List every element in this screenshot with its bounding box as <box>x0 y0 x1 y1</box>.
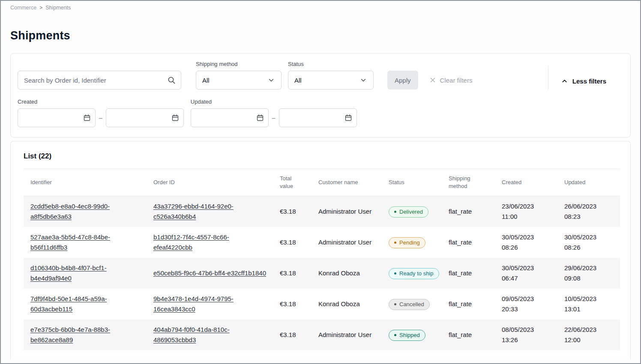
shipping-method-label: Shipping method <box>196 61 282 67</box>
identifier-link[interactable]: e7e375cb-6b0b-4e7a-88b3-be862ace8a89 <box>30 326 110 343</box>
shipping-method-value: All <box>202 77 210 84</box>
column-header-updated: Updated <box>557 169 620 196</box>
status-dot-icon <box>394 303 396 305</box>
identifier-link[interactable]: 7df9f4bd-50e1-4845-a59a-60d3acbeb115 <box>30 295 107 313</box>
column-header-shipping-method: Shipping method <box>442 169 495 196</box>
updated-cell: 30/05/2023 08:26 <box>557 227 620 258</box>
total-value-cell: €3.18 <box>273 319 312 350</box>
created-cell: 30/05/2023 06:47 <box>495 258 557 289</box>
status-select[interactable]: All <box>288 71 374 90</box>
search-input[interactable] <box>18 71 181 90</box>
updated-filter-label: Updated <box>191 98 357 105</box>
updated-cell: 26/06/2023 08:23 <box>557 196 620 227</box>
clear-filters-label: Clear filters <box>440 77 473 84</box>
status-badge: Shipped <box>389 330 425 341</box>
shipments-table: Identifier Order ID Total value Customer… <box>24 169 620 350</box>
shipping-method-filter: Shipping method All <box>196 61 282 90</box>
status-label: Status <box>288 61 374 67</box>
filters-panel: Shipping method All Status All <box>10 53 631 137</box>
less-filters-label: Less filters <box>572 78 606 85</box>
created-cell: 23/06/2023 11:00 <box>495 196 557 227</box>
status-dot-icon <box>394 272 396 274</box>
total-value-cell: €3.18 <box>273 196 312 227</box>
total-value-cell: €3.18 <box>273 258 312 289</box>
clear-filters-button[interactable]: Clear filters <box>429 71 473 90</box>
apply-button[interactable]: Apply <box>387 71 418 90</box>
shipping-method-select[interactable]: All <box>196 71 282 90</box>
updated-cell: 10/05/2023 13:01 <box>557 289 620 319</box>
status-badge: Cancelled <box>389 299 430 310</box>
total-value-cell: €3.18 <box>273 227 312 258</box>
order-id-link[interactable]: b1d30f12-7f4c-4557-8c66-efeaf4220cbb <box>153 233 229 251</box>
identifier-link[interactable]: d106340b-b4b8-4f07-bcf1-b4e4d9af94e0 <box>30 264 107 282</box>
shipping-method-cell: flat_rate <box>442 258 495 289</box>
breadcrumb-separator: > <box>39 5 42 11</box>
status-dot-icon <box>394 211 396 213</box>
table-row: e7e375cb-6b0b-4e7a-88b3-be862ace8a89 404… <box>24 319 620 350</box>
column-header-total-value: Total value <box>273 169 312 196</box>
created-date-filter: Created – <box>18 98 184 127</box>
order-id-link[interactable]: 43a37296-ebbd-4164-92e0-c526a340b6b4 <box>153 203 234 220</box>
calendar-icon <box>344 114 352 122</box>
calendar-icon <box>83 114 91 122</box>
column-header-status: Status <box>382 169 442 196</box>
calendar-icon <box>171 114 179 122</box>
shipments-page: Commerce > Shipments Shipments Shipping … <box>0 0 641 364</box>
status-dot-icon <box>394 242 396 244</box>
customer-name-cell: Administrator User <box>312 227 382 258</box>
chevron-down-icon <box>359 76 367 84</box>
column-header-order-id: Order ID <box>147 169 273 196</box>
status-badge: Pending <box>389 237 425 248</box>
table-row: 2cdd5eb8-e8a0-4ec8-99d0-a8f5db6e3a63 43a… <box>24 196 620 227</box>
status-filter: Status All <box>288 61 374 90</box>
customer-name-cell: Konrad Oboza <box>312 289 382 319</box>
breadcrumb-commerce[interactable]: Commerce <box>10 5 36 11</box>
calendar-icon <box>256 114 264 122</box>
shipping-method-cell: flat_rate <box>442 319 495 350</box>
created-cell: 09/05/2023 20:33 <box>495 289 557 319</box>
customer-name-cell: Administrator User <box>312 319 382 350</box>
shipping-method-cell: flat_rate <box>442 196 495 227</box>
identifier-link[interactable]: 527aae3a-5b5d-47c8-84be-b56f11d6ffb3 <box>30 233 110 251</box>
column-header-customer-name: Customer name <box>312 169 382 196</box>
breadcrumb: Commerce > Shipments <box>10 1 631 11</box>
column-header-created: Created <box>495 169 557 196</box>
table-row: 527aae3a-5b5d-47c8-84be-b56f11d6ffb3 b1d… <box>24 227 620 258</box>
close-icon <box>429 77 436 84</box>
table-row: d106340b-b4b8-4f07-bcf1-b4e4d9af94e0 e50… <box>24 258 620 289</box>
page-title: Shipments <box>10 29 631 42</box>
total-value-cell: €3.18 <box>273 289 312 319</box>
search-field <box>18 71 181 90</box>
order-id-link[interactable]: 404ab794-f0f0-41da-810c-4869053cbbd3 <box>153 326 230 343</box>
table-header-row: Identifier Order ID Total value Customer… <box>24 169 620 196</box>
search-icon <box>168 76 176 84</box>
status-badge: Delivered <box>389 206 428 218</box>
date-range-separator: – <box>272 114 276 121</box>
date-range-separator: – <box>99 114 102 121</box>
updated-cell: 29/06/2023 09:08 <box>557 258 620 289</box>
order-id-link[interactable]: e50ceb85-f9c6-47b6-bff4-e32cff1b1840 <box>153 269 266 277</box>
order-id-link[interactable]: 9b4e3478-1e4d-4974-9795-16cea3843cc0 <box>153 295 234 313</box>
created-cell: 08/05/2023 13:26 <box>495 319 557 350</box>
table-row: 7df9f4bd-50e1-4845-a59a-60d3acbeb115 9b4… <box>24 289 620 319</box>
updated-date-filter: Updated – <box>191 98 357 127</box>
created-cell: 30/05/2023 08:26 <box>495 227 557 258</box>
updated-cell: 22/06/2023 12:00 <box>557 319 620 350</box>
status-value: All <box>294 77 302 84</box>
less-filters-toggle[interactable]: Less filters <box>548 78 623 90</box>
identifier-link[interactable]: 2cdd5eb8-e8a0-4ec8-99d0-a8f5db6e3a63 <box>30 203 110 220</box>
chevron-down-icon <box>267 76 275 84</box>
shipping-method-cell: flat_rate <box>442 289 495 319</box>
status-badge: Ready to ship <box>389 268 439 279</box>
created-filter-label: Created <box>18 98 184 105</box>
shipments-list-panel: List (22) Identifier Order ID Total valu… <box>10 141 631 359</box>
list-count-heading: List (22) <box>11 141 630 169</box>
shipping-method-cell: flat_rate <box>442 227 495 258</box>
chevron-up-icon <box>561 78 568 85</box>
customer-name-cell: Administrator User <box>312 196 382 227</box>
breadcrumb-shipments: Shipments <box>45 5 71 11</box>
column-header-identifier: Identifier <box>24 169 147 196</box>
customer-name-cell: Konrad Oboza <box>312 258 382 289</box>
status-dot-icon <box>394 334 396 336</box>
